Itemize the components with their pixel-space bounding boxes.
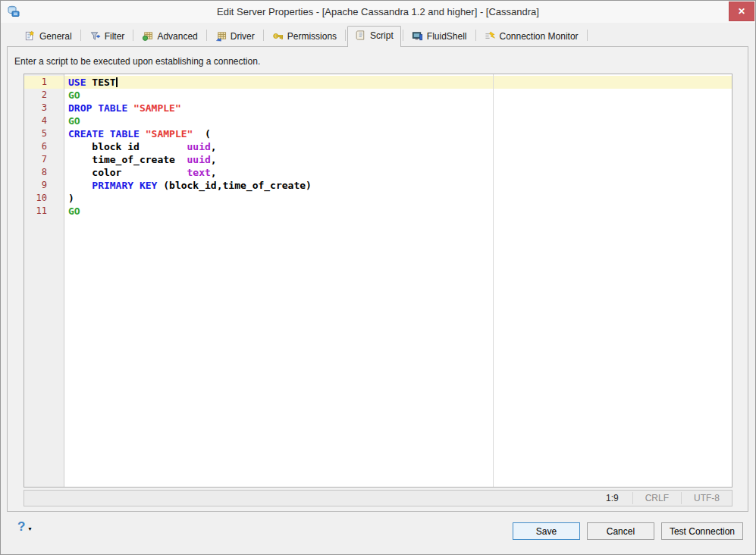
editor-line[interactable]: 7 time_of_create uuid, — [24, 153, 732, 166]
tab-script[interactable]: Script — [347, 26, 401, 47]
editor-line[interactable]: 4GO — [24, 114, 732, 127]
caret-down-icon: ▾ — [28, 525, 31, 532]
footer-buttons: SaveCancelTest Connection — [513, 522, 743, 540]
encoding-indicator: UTF-8 — [681, 492, 732, 504]
edit-server-properties-dialog: Edit Server Properties - [Apache Cassand… — [0, 0, 756, 555]
tab-filter[interactable]: Filter — [83, 27, 132, 46]
app-icon — [7, 5, 20, 18]
line-code: CREATE TABLE "SAMPLE" ( — [64, 127, 211, 140]
tab-label: FluidShell — [427, 31, 467, 42]
wrap-margin-line — [493, 74, 494, 487]
line-ending-indicator: CRLF — [632, 492, 681, 504]
filter-icon — [89, 30, 101, 42]
tab-separator — [206, 30, 207, 41]
tab-connection-monitor[interactable]: Connection Monitor — [478, 27, 585, 46]
cancel-button[interactable]: Cancel — [587, 522, 654, 540]
titlebar: Edit Server Properties - [Apache Cassand… — [1, 1, 755, 23]
tab-separator — [475, 30, 476, 41]
line-code: PRIMARY KEY (block_id,time_of_create) — [64, 179, 312, 192]
tab-label: General — [39, 31, 72, 42]
tab-label: Filter — [105, 31, 125, 42]
help-icon: ? — [17, 519, 25, 535]
line-number: 4 — [24, 114, 64, 127]
tab-separator — [80, 30, 81, 41]
close-icon: ✕ — [738, 6, 745, 17]
editor-line[interactable]: 10) — [24, 192, 732, 205]
line-code: color text, — [64, 166, 217, 179]
close-button[interactable]: ✕ — [729, 2, 754, 21]
general-icon — [24, 30, 36, 42]
help-button[interactable]: ? ▾ — [17, 519, 31, 535]
tab-separator — [133, 30, 133, 41]
line-code: GO — [64, 205, 80, 218]
tab-fluidshell[interactable]: FluidShell — [405, 27, 474, 46]
line-code: DROP TABLE "SAMPLE" — [64, 102, 181, 114]
editor-line[interactable]: 1USE TEST — [24, 76, 732, 89]
editor-line[interactable]: 8 color text, — [24, 166, 732, 179]
line-code: ) — [64, 192, 74, 205]
tab-advanced[interactable]: Advanced — [135, 27, 204, 46]
tab-label: Permissions — [287, 31, 337, 42]
connection-monitor-icon — [485, 30, 496, 42]
tab-separator — [263, 30, 264, 41]
tab-driver[interactable]: Driver — [209, 27, 262, 46]
text-cursor — [116, 77, 118, 87]
line-number: 3 — [24, 102, 64, 114]
editor-line[interactable]: 5CREATE TABLE "SAMPLE" ( — [24, 127, 732, 140]
line-number: 5 — [24, 127, 64, 140]
line-number: 10 — [24, 192, 64, 205]
advanced-icon — [142, 30, 153, 42]
line-code: USE TEST — [64, 76, 118, 89]
line-number: 9 — [24, 179, 64, 192]
script-tab-panel: Enter a script to be executed upon estab… — [7, 46, 748, 512]
editor-line[interactable]: 3DROP TABLE "SAMPLE" — [24, 102, 732, 114]
save-button[interactable]: Save — [513, 522, 580, 540]
gutter-divider — [64, 74, 64, 487]
tab-label: Script — [370, 30, 394, 41]
line-number: 11 — [24, 205, 64, 218]
editor-line[interactable]: 9 PRIMARY KEY (block_id,time_of_create) — [24, 179, 732, 192]
script-editor[interactable]: 1USE TEST2GO3DROP TABLE "SAMPLE"4GO5CREA… — [24, 74, 732, 488]
script-icon — [355, 30, 366, 41]
tab-separator — [587, 30, 588, 41]
line-number: 7 — [24, 153, 64, 166]
tab-label: Advanced — [157, 31, 197, 42]
line-code: GO — [64, 89, 80, 102]
footer: ? ▾ SaveCancelTest Connection — [1, 512, 755, 554]
tab-label: Driver — [231, 31, 255, 42]
cursor-position-indicator: 1:9 — [594, 492, 632, 504]
instruction-text: Enter a script to be executed upon estab… — [14, 56, 260, 67]
line-number: 2 — [24, 89, 64, 102]
tab-separator — [345, 30, 346, 41]
line-number: 6 — [24, 140, 64, 153]
editor-status-bar: 1:9 CRLF UTF-8 — [24, 490, 732, 506]
tab-label: Connection Monitor — [500, 31, 579, 42]
line-code: time_of_create uuid, — [64, 153, 217, 166]
editor-lines: 1USE TEST2GO3DROP TABLE "SAMPLE"4GO5CREA… — [24, 76, 732, 218]
line-code: block id uuid, — [64, 140, 217, 153]
tab-permissions[interactable]: Permissions — [265, 27, 343, 46]
line-number: 8 — [24, 166, 64, 179]
tab-general[interactable]: General — [17, 27, 79, 46]
fluidshell-icon — [412, 30, 423, 42]
driver-icon — [215, 30, 227, 42]
line-code: GO — [64, 114, 80, 127]
editor-line[interactable]: 6 block id uuid, — [24, 140, 732, 153]
test-connection-button[interactable]: Test Connection — [661, 522, 743, 540]
editor-line[interactable]: 11GO — [24, 205, 732, 218]
tab-bar: GeneralFilterAdvancedDriverPermissionsSc… — [1, 23, 755, 46]
editor-line[interactable]: 2GO — [24, 89, 732, 102]
line-number: 1 — [24, 76, 64, 89]
permissions-icon — [272, 30, 284, 42]
window-title: Edit Server Properties - [Apache Cassand… — [46, 6, 710, 17]
tab-separator — [403, 30, 403, 41]
